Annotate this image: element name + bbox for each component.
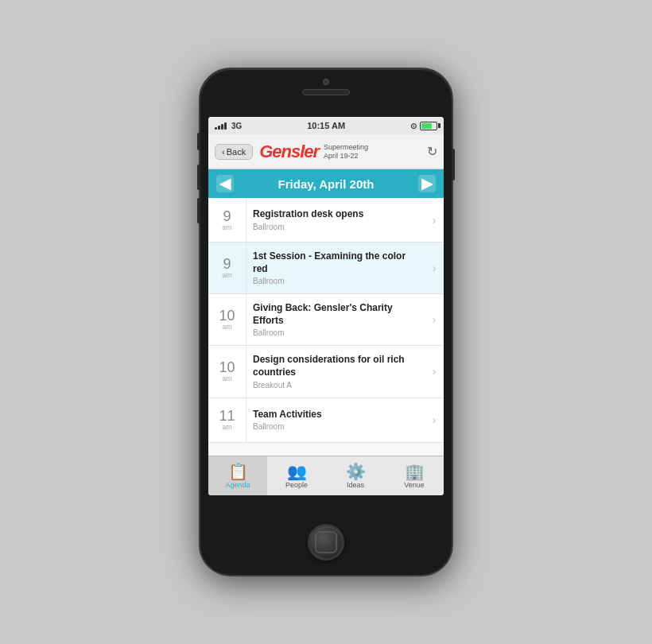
- battery-fill: [421, 123, 432, 129]
- tab-ideas-label: Ideas: [347, 481, 364, 489]
- next-date-button[interactable]: ▶: [418, 175, 436, 192]
- event-title-2: Giving Back: Gensler's Charity Efforts: [253, 302, 421, 327]
- time-hour-2: 10: [219, 308, 235, 323]
- tab-people[interactable]: 👥 People: [267, 456, 326, 495]
- event-col-2: Giving Back: Gensler's Charity Efforts B…: [246, 294, 428, 345]
- signal-bars: [215, 122, 227, 130]
- venue-icon: 🏢: [405, 464, 425, 479]
- app-header: ‹ Back Gensler Supermeeting April 19-22 …: [208, 134, 444, 169]
- event-title-4: Team Activities: [253, 409, 421, 421]
- event-name: Supermeeting: [324, 143, 368, 152]
- signal-bar-4: [224, 122, 227, 130]
- schedule-item-4[interactable]: 11 am Team Activities Ballroom ›: [208, 398, 444, 443]
- ideas-icon: ⚙️: [346, 464, 366, 479]
- time-hour-0: 9: [223, 209, 231, 223]
- agenda-icon: 📋: [228, 464, 248, 479]
- event-location-3: Breakout A: [253, 381, 421, 390]
- time-col-3: 10 am: [208, 346, 246, 397]
- status-left: 3G: [215, 122, 242, 130]
- time-hour-4: 11: [219, 409, 235, 423]
- time-col-0: 9 am: [208, 198, 246, 242]
- chevron-col-0: ›: [428, 198, 444, 242]
- event-col-4: Team Activities Ballroom: [246, 398, 428, 442]
- event-col-3: Design considerations for oil rich count…: [246, 346, 428, 397]
- time-col-2: 10 am: [208, 294, 246, 345]
- back-button-label: Back: [227, 147, 246, 157]
- event-title-3: Design considerations for oil rich count…: [253, 354, 421, 378]
- event-dates: April 19-22: [324, 152, 368, 161]
- chevron-col-3: ›: [428, 346, 444, 397]
- date-nav: ◀ Friday, April 20th ▶: [208, 169, 444, 198]
- time-period-2: am: [222, 323, 232, 331]
- schedule-list: 9 am Registration desk opens Ballroom › …: [208, 198, 444, 456]
- tab-venue[interactable]: 🏢 Venue: [385, 456, 444, 495]
- network-type: 3G: [231, 122, 242, 130]
- tab-people-label: People: [285, 481, 308, 489]
- signal-bar-3: [221, 124, 223, 130]
- mute-button[interactable]: [197, 133, 200, 150]
- front-camera: [323, 79, 329, 85]
- time-period-3: am: [222, 374, 232, 382]
- location-icon: ⊙: [410, 122, 417, 130]
- event-title-0: Registration desk opens: [253, 208, 421, 221]
- chevron-icon-1: ›: [433, 262, 437, 274]
- chevron-icon-3: ›: [433, 365, 437, 378]
- status-bar: 3G 10:15 AM ⊙: [208, 117, 444, 134]
- tab-agenda-label: Agenda: [225, 481, 250, 489]
- time-col-1: 9 am: [208, 242, 246, 293]
- chevron-col-1: ›: [428, 242, 444, 293]
- schedule-item-0[interactable]: 9 am Registration desk opens Ballroom ›: [208, 198, 444, 242]
- signal-bar-1: [215, 127, 217, 130]
- time-period-0: am: [222, 223, 232, 231]
- back-button[interactable]: ‹ Back: [215, 144, 253, 160]
- battery-indicator: [420, 122, 437, 130]
- volume-down-button[interactable]: [197, 198, 200, 223]
- time-hour-1: 9: [223, 257, 231, 271]
- tab-agenda[interactable]: 📋 Agenda: [208, 456, 267, 495]
- chevron-icon-0: ›: [433, 214, 437, 227]
- chevron-col-4: ›: [428, 398, 444, 442]
- tab-venue-label: Venue: [404, 481, 425, 489]
- header-title-area: Gensler Supermeeting April 19-22: [253, 142, 427, 162]
- power-button[interactable]: [452, 149, 455, 180]
- refresh-icon[interactable]: ↻: [427, 144, 437, 159]
- phone-top: [200, 79, 452, 95]
- event-location-1: Ballroom: [253, 277, 421, 285]
- current-date: Friday, April 20th: [278, 177, 375, 191]
- signal-bar-2: [218, 126, 220, 130]
- chevron-col-2: ›: [428, 294, 444, 345]
- chevron-icon-2: ›: [433, 313, 437, 326]
- tab-ideas[interactable]: ⚙️ Ideas: [326, 456, 385, 495]
- chevron-icon-4: ›: [433, 413, 437, 426]
- home-button-inner: [315, 531, 337, 553]
- back-chevron-icon: ‹: [222, 147, 225, 157]
- event-location-4: Ballroom: [253, 422, 421, 431]
- schedule-item-1[interactable]: 9 am 1st Session - Examining the color r…: [208, 242, 444, 294]
- status-time: 10:15 AM: [307, 121, 345, 130]
- gensler-logo: Gensler: [259, 142, 319, 162]
- volume-up-button[interactable]: [197, 165, 200, 190]
- phone-shell: 3G 10:15 AM ⊙ ‹ Back Gensler Supermeetin…: [199, 68, 453, 576]
- event-location-2: Ballroom: [253, 328, 421, 337]
- event-location-0: Ballroom: [253, 223, 421, 231]
- event-info: Supermeeting April 19-22: [324, 143, 368, 161]
- status-right: ⊙: [410, 122, 437, 130]
- people-icon: 👥: [287, 464, 307, 479]
- prev-date-button[interactable]: ◀: [216, 175, 234, 192]
- time-hour-3: 10: [219, 360, 235, 374]
- time-period-4: am: [222, 423, 232, 431]
- event-col-0: Registration desk opens Ballroom: [246, 198, 428, 242]
- event-col-1: 1st Session - Examining the color red Ba…: [246, 242, 428, 293]
- schedule-item-3[interactable]: 10 am Design considerations for oil rich…: [208, 346, 444, 398]
- screen: 3G 10:15 AM ⊙ ‹ Back Gensler Supermeetin…: [208, 117, 444, 495]
- time-col-4: 11 am: [208, 398, 246, 442]
- schedule-item-2[interactable]: 10 am Giving Back: Gensler's Charity Eff…: [208, 294, 444, 346]
- time-period-1: am: [222, 271, 232, 279]
- event-title-1: 1st Session - Examining the color red: [253, 250, 421, 275]
- home-button[interactable]: [308, 524, 344, 561]
- tab-bar: 📋 Agenda 👥 People ⚙️ Ideas 🏢 Venue: [208, 456, 444, 495]
- earpiece-speaker: [302, 89, 350, 95]
